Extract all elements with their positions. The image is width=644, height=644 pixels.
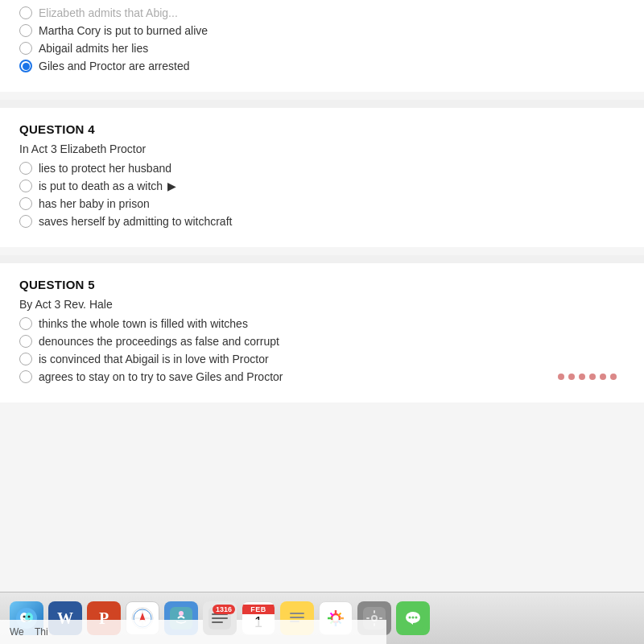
option-text: is convinced that Abigail is in love wit… bbox=[39, 353, 269, 365]
notification-badge: 1316 bbox=[213, 605, 235, 614]
svg-point-41 bbox=[415, 617, 418, 619]
messages-icon[interactable] bbox=[396, 601, 430, 635]
list-item[interactable]: thinks the whole town is filled with wit… bbox=[19, 317, 625, 330]
cursor-indicator: ▶ bbox=[167, 180, 176, 192]
option-text: Giles and Proctor are arrested bbox=[39, 60, 190, 72]
notification-icon[interactable]: 1316 bbox=[203, 601, 237, 635]
radio-button[interactable] bbox=[19, 180, 32, 192]
list-item[interactable]: Elizabeth admits that Abig... bbox=[19, 6, 625, 19]
question-4-prompt: In Act 3 Elizabeth Proctor bbox=[19, 142, 625, 155]
main-content: Elizabeth admits that Abig... Martha Cor… bbox=[0, 0, 644, 592]
list-item[interactable]: Abigail admits her lies bbox=[19, 42, 625, 55]
option-text: Elizabeth admits that Abig... bbox=[39, 6, 178, 19]
list-item[interactable]: Giles and Proctor are arrested bbox=[19, 60, 625, 72]
svg-point-4 bbox=[28, 616, 31, 618]
option-text: agrees to stay on to try to save Giles a… bbox=[39, 370, 283, 383]
question-5-prompt: By Act 3 Rev. Hale bbox=[19, 298, 625, 311]
svg-point-39 bbox=[409, 617, 411, 619]
separator bbox=[0, 100, 644, 108]
list-item[interactable]: denounces the proceedings as false and c… bbox=[19, 335, 625, 348]
taskbar: We Thi W P bbox=[0, 592, 644, 644]
list-item[interactable]: has her baby in prison bbox=[19, 197, 625, 210]
radio-button[interactable] bbox=[19, 335, 32, 348]
list-item[interactable]: is put to death as a witch ▶ bbox=[19, 180, 625, 192]
list-item[interactable]: lies to protect her husband bbox=[19, 162, 625, 175]
list-item[interactable]: agrees to stay on to try to save Giles a… bbox=[19, 370, 625, 383]
option-text: saves herself by admitting to witchcraft bbox=[39, 215, 232, 228]
option-text: Abigail admits her lies bbox=[39, 42, 148, 55]
radio-button-selected[interactable] bbox=[19, 60, 32, 72]
bottom-text: We Thi bbox=[0, 620, 386, 644]
svg-rect-14 bbox=[212, 617, 228, 619]
radio-button[interactable] bbox=[19, 24, 32, 37]
svg-point-40 bbox=[412, 617, 415, 619]
radio-button[interactable] bbox=[19, 215, 32, 228]
option-text: has her baby in prison bbox=[39, 197, 150, 210]
question-5-title: QUESTION 5 bbox=[19, 278, 625, 291]
question-5-block: QUESTION 5 By Act 3 Rev. Hale thinks the… bbox=[0, 263, 644, 402]
radio-button[interactable] bbox=[19, 370, 32, 383]
option-text: denounces the proceedings as false and c… bbox=[39, 335, 279, 348]
list-item[interactable]: saves herself by admitting to witchcraft bbox=[19, 215, 625, 228]
radio-button[interactable] bbox=[19, 6, 32, 19]
radio-button[interactable] bbox=[19, 353, 32, 365]
question-4-block: QUESTION 4 In Act 3 Elizabeth Proctor li… bbox=[0, 108, 644, 247]
svg-rect-17 bbox=[290, 613, 304, 614]
option-text: Martha Cory is put to burned alive bbox=[39, 24, 208, 37]
svg-rect-15 bbox=[212, 621, 223, 623]
svg-rect-33 bbox=[374, 610, 375, 613]
option-text: thinks the whole town is filled with wit… bbox=[39, 317, 248, 330]
radio-button[interactable] bbox=[19, 197, 32, 210]
list-item[interactable]: is convinced that Abigail is in love wit… bbox=[19, 353, 625, 365]
radio-button[interactable] bbox=[19, 162, 32, 175]
separator bbox=[0, 255, 644, 263]
radio-button[interactable] bbox=[19, 42, 32, 55]
svg-point-11 bbox=[179, 611, 184, 616]
option-text: is put to death as a witch bbox=[39, 180, 163, 192]
dots-decoration bbox=[558, 374, 617, 380]
option-text: lies to protect her husband bbox=[39, 162, 171, 175]
list-item[interactable]: Martha Cory is put to burned alive bbox=[19, 24, 625, 37]
svg-rect-18 bbox=[290, 617, 304, 618]
bottom-text-content: We Thi bbox=[10, 626, 48, 638]
question-4-title: QUESTION 4 bbox=[19, 122, 625, 136]
radio-button[interactable] bbox=[19, 317, 32, 330]
calendar-month: FEB bbox=[242, 605, 275, 614]
svg-rect-35 bbox=[366, 617, 369, 619]
svg-point-3 bbox=[23, 616, 26, 618]
svg-rect-36 bbox=[379, 617, 382, 619]
top-question-block: Elizabeth admits that Abig... Martha Cor… bbox=[0, 0, 644, 92]
